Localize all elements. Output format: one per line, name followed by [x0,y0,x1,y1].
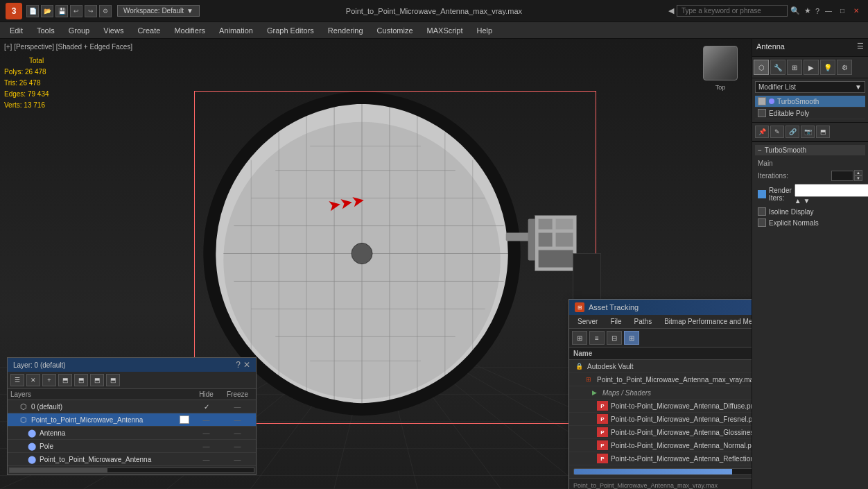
ts-render-up[interactable]: ▲ [795,197,801,205]
ts-iter-down[interactable]: ▼ [854,175,862,181]
menu-customize[interactable]: Customize [370,25,420,36]
at-bottom-path: Point_to_Point_Microwave_Antenna_max_vra… [573,482,718,489]
undo-icon[interactable]: ↩ [70,5,83,17]
ts-explicit-checkbox[interactable] [758,218,766,227]
help-icon[interactable]: ? [815,7,819,15]
panel-tab-modify[interactable]: 🔧 [770,60,785,75]
minimize-button[interactable]: — [822,5,835,17]
menu-group[interactable]: Group [62,25,97,36]
layer-checkbox[interactable] [180,415,189,424]
at-btn-3[interactable]: ⊟ [607,331,622,345]
menu-graph-editors[interactable]: Graph Editors [260,25,321,36]
layer-row-antenna[interactable]: ⬤ Antenna — — [8,427,256,440]
search-input[interactable] [677,5,788,17]
layer-tool-2[interactable]: ⬒ [74,374,88,386]
camera-icon[interactable]: 📷 [801,126,815,138]
ts-iterations-input[interactable]: 0 [831,171,853,181]
at-menu-file[interactable]: File [605,316,627,327]
redo-icon[interactable]: ↪ [85,5,97,17]
at-row-glossiness[interactable]: P Point-to-Point_Microwave_Antenna_Gloss… [569,426,752,439]
new-icon[interactable]: 📄 [26,5,39,17]
at-row-maps[interactable]: ▶ Maps / Shaders [569,386,752,400]
panel-tab-utilities[interactable]: ⚙ [837,60,852,75]
workspace-button[interactable]: Workspace: Default ▼ [117,5,200,17]
modify-icon[interactable]: ✎ [770,126,784,138]
modifier-ep-checkbox[interactable] [758,109,766,117]
menu-help[interactable]: Help [470,25,500,36]
layer-hide-p2p: — [191,416,222,424]
layer-tool-delete[interactable]: ✕ [26,374,40,386]
panel-tab-shape[interactable]: ⬡ [754,60,769,75]
at-row-fresnel[interactable]: P Point-to-Point_Microwave_Antenna_Fresn… [569,413,752,426]
ts-iter-up[interactable]: ▲ [854,170,862,175]
ts-collapse-icon[interactable]: − [758,146,762,154]
layers-col-header: Layers [10,391,191,398]
layer-row-selected[interactable]: ⬡ Point_to_Point_Microwave_Antenna — — [8,413,256,427]
at-btn-4[interactable]: ⊞ [624,331,639,345]
properties-icon[interactable]: ⬒ [816,126,830,138]
menu-rendering[interactable]: Rendering [321,25,370,36]
layer-close-button[interactable]: ✕ [243,360,250,370]
layer-tool-1[interactable]: ⬒ [58,374,72,386]
modifier-turbosmooth[interactable]: TurboSmooth [755,96,865,108]
panel-tab-display[interactable]: 💡 [820,60,835,75]
at-row-max[interactable]: ⊞ Point_to_Point_Microwave_Antenna_max_v… [569,373,752,386]
settings-icon[interactable]: ⚙ [99,5,112,17]
at-progress-bar [573,468,752,475]
at-btn-1[interactable]: ⊞ [572,331,587,345]
modifier-ts-checkbox[interactable] [758,97,766,105]
at-btn-2[interactable]: ≡ [589,331,605,345]
close-button[interactable]: ✕ [850,5,862,17]
at-row-reflection[interactable]: P Point-to-Point_Microwave_Antenna_Refle… [569,452,752,465]
navigation-cube[interactable] [703,46,745,87]
at-row-normal[interactable]: P Point-to-Point_Microwave_Antenna_Norma… [569,439,752,452]
layer-tool-3[interactable]: ⬒ [90,374,104,386]
ts-render-iters-label: Render Iters: [769,187,792,202]
layer-row-pole[interactable]: ⬤ Pole — — [8,440,256,453]
modifier-editable-poly[interactable]: Editable Poly [755,108,865,119]
layer-row[interactable]: ⬡ 0 (default) ✓ — [8,400,256,413]
ts-render-iters-input[interactable]: 2 [795,184,868,197]
menu-tools[interactable]: Tools [30,25,62,36]
panel-tab-motion[interactable]: ▶ [804,60,819,75]
layer-help-button[interactable]: ? [236,360,241,370]
menu-bar: Edit Tools Group Views Create Modifiers … [0,22,868,39]
viewport[interactable]: ➤➤➤ [+] [Perspective] [Shaded + Edged Fa… [0,39,752,489]
at-menu-server[interactable]: Server [572,316,603,327]
at-menu-bitmap[interactable]: Bitmap Performance and Memory [659,316,752,327]
menu-animation[interactable]: Animation [212,25,260,36]
menu-create[interactable]: Create [130,25,167,36]
open-icon[interactable]: 📂 [41,5,53,17]
menu-modifiers[interactable]: Modifiers [167,25,212,36]
search-icon[interactable]: 🔍 [790,6,800,15]
bookmark-icon[interactable]: ★ [804,6,811,15]
panel-tab-hierarchy[interactable]: ⊞ [787,60,802,75]
layer-row-p2p2[interactable]: ⬤ Point_to_Point_Microwave_Antenna — — [8,453,256,466]
ts-render-down[interactable]: ▼ [804,197,810,205]
at-row-diffuse[interactable]: P Point-to-Point_Microwave_Antenna_Diffu… [569,400,752,413]
menu-maxscript[interactable]: MAXScript [420,25,470,36]
menu-edit[interactable]: Edit [3,25,30,36]
save-icon[interactable]: 💾 [55,5,68,17]
modifier-list-header: Modifier List ▼ [755,81,865,93]
link-icon[interactable]: 🔗 [785,126,799,138]
at-menu-paths[interactable]: Paths [629,316,658,327]
menu-views[interactable]: Views [96,25,130,36]
nav-left-icon[interactable]: ◀ [668,6,674,15]
at-row-vault[interactable]: 🔒 Autodesk Vault Logged O [569,360,752,373]
ts-iterations-input-group: 0 ▲ ▼ [831,170,862,181]
layer-freeze-p2p2: — [222,456,253,463]
layer-tool-list[interactable]: ☰ [10,374,24,386]
layer-scrollbar[interactable] [9,467,254,473]
modifier-section: Modifier List ▼ TurboSmooth Editable Pol… [752,78,868,122]
ts-isoline-checkbox[interactable] [758,207,766,216]
maximize-button[interactable]: □ [836,5,849,17]
modifier-dropdown-icon[interactable]: ▼ [855,83,862,91]
stats-polys: Polys: 26 478 [4,67,49,78]
layer-tool-4[interactable]: ⬒ [106,374,120,386]
ts-render-iters-checkbox[interactable] [758,190,766,198]
layer-tool-add[interactable]: + [42,374,56,386]
pin-icon[interactable]: 📌 [755,126,769,138]
at-vault-name: Autodesk Vault [587,363,752,370]
object-options-icon[interactable]: ☰ [857,42,864,51]
